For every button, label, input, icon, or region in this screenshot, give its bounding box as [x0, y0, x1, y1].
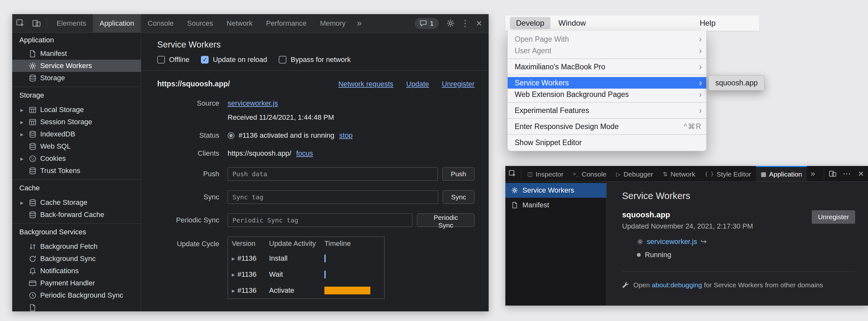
menu-item-user-agent[interactable]: User Agent ›: [507, 45, 706, 57]
tab-network[interactable]: Network: [220, 14, 259, 32]
tab-application[interactable]: ▦ Application: [756, 166, 807, 181]
source-file-link[interactable]: serviceworker.js: [227, 99, 278, 107]
tab-inspector[interactable]: ◫ Inspector: [522, 166, 568, 181]
expander-icon[interactable]: ▸: [19, 155, 25, 163]
sidebar-item-cookies[interactable]: ▸ Cookies: [12, 152, 141, 165]
offline-checkbox[interactable]: Offline: [157, 56, 189, 64]
sidebar-item-cache-storage[interactable]: ▸ Cache Storage: [12, 197, 141, 209]
sidebar-item-web-sql[interactable]: Web SQL: [12, 140, 141, 152]
sidebar-item-label: Cache Storage: [40, 199, 88, 207]
sidebar-item-payment-handler[interactable]: Payment Handler: [12, 277, 141, 289]
tab-debugger[interactable]: ▷ Debugger: [612, 166, 658, 181]
periodic-sync-tag-input[interactable]: [227, 213, 412, 227]
expander-icon[interactable]: ▸: [232, 255, 235, 262]
devtools-menu-button[interactable]: ⋯: [840, 166, 854, 181]
wrench-icon: [622, 282, 629, 289]
tab-performance[interactable]: Performance: [259, 14, 313, 32]
tab-console[interactable]: Console: [141, 14, 180, 32]
sidebar-item-clipped[interactable]: [12, 301, 141, 311]
worker-file-link[interactable]: serviceworker.js: [647, 238, 697, 246]
unregister-button[interactable]: Unregister: [812, 210, 855, 224]
tab-memory[interactable]: Memory: [313, 14, 352, 32]
tab-style-editor[interactable]: { } Style Editor: [700, 166, 756, 181]
more-tabs-icon[interactable]: »: [807, 166, 819, 181]
menu-item-service-workers[interactable]: Service Workers ›: [507, 77, 706, 88]
sidebar-item-indexeddb[interactable]: ▸ IndexedDB: [12, 128, 141, 140]
device-toolbar-button[interactable]: [28, 14, 44, 32]
about-debugging-link[interactable]: about:debugging: [652, 281, 702, 289]
close-devtools-button[interactable]: ×: [854, 166, 868, 181]
push-label: Push: [157, 170, 219, 178]
worker-options: Offline ✓ Update on reload Bypass for ne…: [157, 56, 474, 70]
sidebar-item-session-storage[interactable]: ▸ Session Storage: [12, 116, 141, 128]
close-devtools-button[interactable]: ×: [472, 14, 486, 32]
responsive-design-button[interactable]: [826, 166, 840, 181]
network-requests-link[interactable]: Network requests: [338, 80, 393, 88]
sync-tag-input[interactable]: [227, 190, 438, 204]
sidebar-item-notifications[interactable]: Notifications: [12, 265, 141, 277]
expander-icon[interactable]: ▸: [19, 131, 25, 138]
expander-icon[interactable]: ▸: [232, 271, 235, 278]
pick-element-button[interactable]: [505, 166, 520, 181]
periodic-sync-button[interactable]: Periodic Sync: [417, 213, 474, 227]
hint-text-post: for Service Workers from other domains: [704, 281, 823, 289]
checkbox-checked[interactable]: ✓: [201, 56, 209, 64]
sidebar-item-manifest[interactable]: Manifest: [505, 198, 606, 213]
tab-console[interactable]: >_ Console: [568, 166, 611, 181]
stop-link[interactable]: stop: [339, 131, 353, 140]
expander-icon[interactable]: ▸: [232, 287, 235, 294]
sidebar-item-local-storage[interactable]: ▸ Local Storage: [12, 104, 141, 116]
issues-counter[interactable]: 1: [415, 18, 438, 29]
sidebar-item-label: IndexedDB: [40, 130, 75, 138]
sidebar-item-background-sync[interactable]: Background Sync: [12, 253, 141, 265]
menu-separator: [507, 59, 706, 59]
focus-link[interactable]: focus: [296, 149, 313, 157]
push-data-input[interactable]: [227, 167, 438, 181]
sidebar-item-periodic-background-sync[interactable]: Periodic Background Sync: [12, 289, 141, 301]
expander-icon[interactable]: ▸: [19, 199, 25, 206]
tab-application[interactable]: Application: [93, 14, 141, 32]
sidebar-item-storage[interactable]: Storage: [12, 72, 141, 84]
tab-elements[interactable]: Elements: [50, 14, 93, 32]
sync-button[interactable]: Sync: [443, 190, 474, 204]
inspect-icon: [508, 170, 516, 178]
service-workers-submenu: squoosh.app: [709, 75, 765, 91]
menubar-item-window[interactable]: Window: [552, 17, 592, 29]
unregister-link[interactable]: Unregister: [442, 80, 474, 88]
menu-item-macbook-pro[interactable]: Maximiliano's MacBook Pro ›: [507, 61, 706, 73]
menu-item-label: User Agent: [515, 46, 551, 55]
checkbox-unchecked[interactable]: [157, 56, 165, 64]
braces-icon: { }: [705, 172, 714, 177]
tab-sources[interactable]: Sources: [180, 14, 220, 32]
sidebar-item-service-workers[interactable]: Service Workers: [505, 183, 606, 198]
menu-item-show-snippet-editor[interactable]: Show Snippet Editor: [507, 137, 706, 148]
sidebar-item-back-forward-cache[interactable]: Back-forward Cache: [12, 209, 141, 221]
sidebar-item-service-workers[interactable]: Service Workers: [12, 60, 141, 72]
menubar-item-help[interactable]: Help: [693, 17, 721, 29]
menu-item-label: Web Extension Background Pages: [515, 90, 629, 99]
more-tabs-icon[interactable]: »: [352, 14, 366, 32]
devtools-menu-button[interactable]: ⋮: [459, 14, 472, 32]
update-link[interactable]: Update: [406, 80, 429, 88]
update-on-reload-checkbox[interactable]: ✓ Update on reload: [201, 56, 267, 64]
menu-item-open-page-with[interactable]: Open Page With ›: [507, 33, 706, 45]
tab-network[interactable]: ⇅ Network: [658, 166, 700, 181]
inspect-element-button[interactable]: [12, 14, 28, 32]
sidebar-item-background-fetch[interactable]: Background Fetch: [12, 241, 141, 253]
sidebar-item-label: Service Workers: [522, 186, 574, 194]
push-button[interactable]: Push: [442, 167, 474, 181]
submenu-item-squoosh-app[interactable]: squoosh.app: [715, 79, 758, 87]
app-origin: squoosh.app: [622, 210, 753, 219]
sidebar-item-manifest[interactable]: Manifest: [12, 47, 141, 60]
menubar-item-develop[interactable]: Develop: [510, 17, 550, 29]
expander-icon[interactable]: ▸: [19, 106, 25, 114]
menu-item-experimental-features[interactable]: Experimental Features ›: [507, 105, 706, 116]
expander-icon[interactable]: ▸: [19, 118, 25, 126]
toolbar-divider: [824, 169, 824, 179]
menu-item-web-extension-background-pages[interactable]: Web Extension Background Pages ›: [507, 88, 706, 100]
bypass-for-network-checkbox[interactable]: Bypass for network: [279, 56, 351, 64]
sidebar-item-trust-tokens[interactable]: Trust Tokens: [12, 165, 141, 177]
settings-button[interactable]: [442, 14, 459, 32]
checkbox-unchecked[interactable]: [279, 56, 286, 64]
menu-item-enter-responsive-design-mode[interactable]: Enter Responsive Design Mode ^⌘R: [507, 121, 706, 132]
